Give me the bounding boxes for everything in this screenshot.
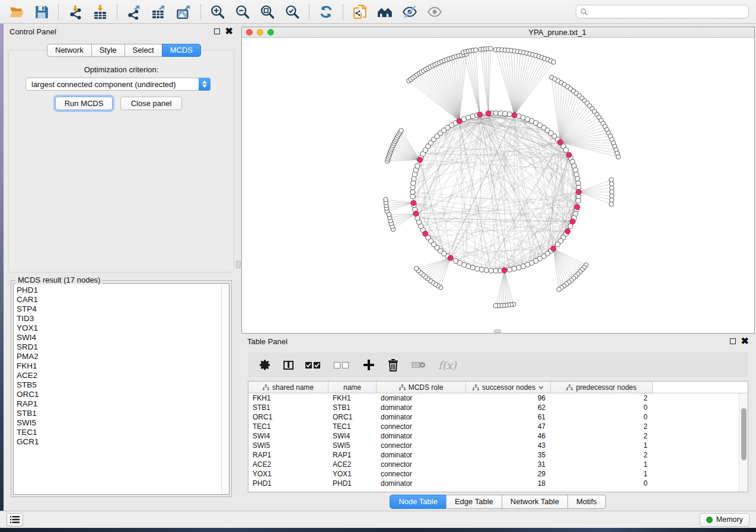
function-builder-icon[interactable]: f(x): [438, 359, 457, 371]
window-zoom-icon[interactable]: [267, 29, 274, 36]
tab-motifs[interactable]: Motifs: [567, 495, 606, 509]
duplicate-network-button[interactable]: [348, 2, 372, 21]
run-mcds-button[interactable]: Run MCDS: [55, 97, 113, 110]
column-header-predecessor-nodes[interactable]: predecessor nodes: [551, 382, 653, 393]
mcds-result-item[interactable]: TID3: [17, 314, 229, 323]
search-input[interactable]: [588, 8, 745, 16]
satellite-node[interactable]: [474, 48, 479, 53]
tab-select[interactable]: Select: [125, 44, 162, 57]
column-header-shared-name[interactable]: shared name: [248, 382, 328, 393]
table-scrollbar[interactable]: [739, 393, 748, 492]
refresh-view-button[interactable]: [314, 2, 338, 21]
vertical-splitter-grip[interactable]: [236, 261, 241, 268]
network-window-titlebar[interactable]: YPA_prune.txt_1: [242, 27, 754, 38]
network-node[interactable]: [576, 198, 580, 203]
satellite-node[interactable]: [557, 287, 562, 292]
save-session-button[interactable]: [30, 2, 53, 21]
tab-mcds[interactable]: MCDS: [162, 44, 201, 57]
horizontal-splitter-grip[interactable]: [494, 329, 501, 333]
mcds-result-item[interactable]: YOX1: [17, 323, 229, 333]
network-node[interactable]: [503, 111, 508, 116]
import-table-button[interactable]: [88, 2, 112, 21]
mcds-result-item[interactable]: ORC1: [17, 390, 229, 399]
satellite-node[interactable]: [414, 266, 419, 271]
network-node[interactable]: [568, 224, 573, 229]
show-all-button[interactable]: [423, 2, 446, 21]
network-node[interactable]: [412, 177, 416, 181]
network-node[interactable]: [576, 181, 580, 185]
table-scrollbar-thumb[interactable]: [741, 408, 747, 460]
mcds-result-item[interactable]: STB5: [17, 380, 229, 390]
satellite-node[interactable]: [616, 155, 621, 159]
import-network-button[interactable]: [63, 2, 87, 21]
criterion-dropdown[interactable]: largest connected component (undirected): [25, 78, 210, 91]
table-row[interactable]: ACE2ACE2connector311: [248, 460, 738, 469]
memory-button[interactable]: Memory: [700, 513, 749, 527]
search-box[interactable]: [576, 5, 749, 18]
network-node[interactable]: [493, 268, 498, 273]
mcds-result-item[interactable]: SWI5: [17, 418, 229, 428]
network-node[interactable]: [575, 177, 580, 181]
close-panel-icon[interactable]: ✖: [741, 338, 749, 344]
mcds-result-item[interactable]: GCR1: [17, 437, 229, 447]
tab-edge-table[interactable]: Edge Table: [446, 495, 502, 509]
deselect-all-checkboxes-icon[interactable]: [334, 362, 350, 368]
dominator-node[interactable]: [570, 219, 575, 224]
dominator-node[interactable]: [477, 112, 483, 117]
open-session-button[interactable]: [5, 2, 28, 21]
mcds-result-item[interactable]: TEC1: [17, 428, 229, 437]
table-row[interactable]: YOX1YOX1connector291: [248, 469, 738, 479]
network-node[interactable]: [521, 264, 525, 268]
table-row[interactable]: SWI5SWI5connector431: [248, 441, 738, 450]
zoom-out-button[interactable]: [231, 2, 254, 21]
network-node[interactable]: [498, 111, 503, 116]
select-all-checkboxes-icon[interactable]: [305, 362, 322, 368]
dominator-node[interactable]: [551, 246, 556, 251]
mcds-result-listbox[interactable]: PHD1CAR1STP4TID3YOX1SWI4SRD1PMA2FKH1ACE2…: [13, 283, 229, 495]
dominator-node[interactable]: [557, 140, 563, 145]
column-header-successor-nodes[interactable]: successor nodes: [466, 382, 551, 393]
dominator-node[interactable]: [575, 204, 580, 210]
dominator-node[interactable]: [512, 113, 517, 118]
dominator-node[interactable]: [565, 229, 570, 234]
network-node[interactable]: [479, 267, 484, 272]
network-canvas[interactable]: [242, 38, 754, 333]
satellite-node[interactable]: [399, 129, 404, 133]
satellite-node[interactable]: [387, 212, 391, 217]
column-header-mcds-role[interactable]: MCDS role: [377, 382, 466, 393]
tab-network[interactable]: Network: [47, 44, 92, 57]
network-node[interactable]: [507, 267, 512, 272]
zoom-selected-button[interactable]: [280, 2, 304, 21]
mcds-result-item[interactable]: SWI4: [17, 333, 229, 342]
mcds-result-item[interactable]: PMA2: [17, 352, 229, 361]
network-node[interactable]: [411, 181, 416, 185]
network-node[interactable]: [512, 267, 516, 271]
mcds-result-item[interactable]: FKH1: [17, 361, 229, 371]
sort-chevron-icon[interactable]: [538, 386, 544, 389]
network-node[interactable]: [516, 265, 521, 270]
show-panels-list-button[interactable]: [7, 513, 23, 527]
dominator-node[interactable]: [448, 255, 453, 261]
network-node[interactable]: [475, 267, 480, 271]
tab-network-table[interactable]: Network Table: [502, 495, 568, 509]
window-close-icon[interactable]: [246, 29, 253, 36]
network-node[interactable]: [453, 258, 458, 263]
table-row[interactable]: RAP1RAP1dominator352: [248, 450, 738, 460]
network-node[interactable]: [466, 115, 471, 120]
network-node[interactable]: [470, 114, 475, 118]
float-panel-icon[interactable]: [730, 338, 736, 344]
dominator-node[interactable]: [576, 190, 582, 195]
float-panel-icon[interactable]: [214, 28, 220, 34]
network-node[interactable]: [507, 112, 512, 117]
network-node[interactable]: [493, 111, 498, 116]
satellite-node[interactable]: [493, 303, 498, 308]
column-header-name[interactable]: name: [328, 382, 377, 393]
network-node[interactable]: [563, 148, 568, 152]
column-settings-gear-icon[interactable]: [259, 358, 272, 371]
export-network-button[interactable]: [122, 2, 146, 21]
export-table-button[interactable]: [147, 2, 171, 21]
network-node[interactable]: [410, 185, 415, 190]
split-columns-icon[interactable]: [283, 361, 294, 370]
tab-style[interactable]: Style: [91, 44, 125, 57]
close-panel-icon[interactable]: ✖: [225, 28, 233, 34]
